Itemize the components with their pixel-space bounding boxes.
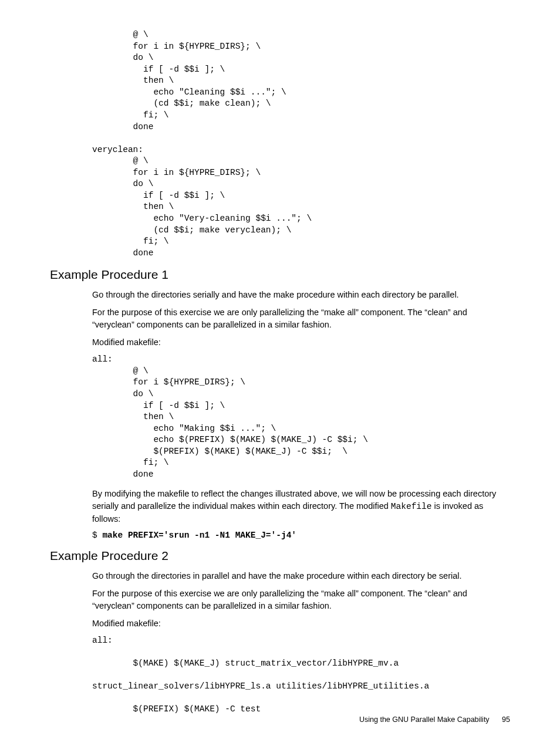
- paragraph-2b: For the purpose of this exercise we are …: [92, 588, 510, 612]
- cmd-prompt: $: [92, 531, 102, 540]
- code-block-all-2: all: $(MAKE) $(MAKE_J) struct_matrix_vec…: [92, 635, 510, 715]
- paragraph-1a: Go through the directories serially and …: [92, 289, 510, 301]
- paragraph-2c: Modified makefile:: [92, 617, 510, 630]
- code-block-top: @ \ for i in ${HYPRE_DIRS}; \ do \ if [ …: [92, 29, 510, 259]
- footer-text: Using the GNU Parallel Make Capability: [359, 715, 490, 724]
- paragraph-1b: For the purpose of this exercise we are …: [92, 306, 510, 331]
- page-number: 95: [502, 715, 510, 724]
- command-line-1: $ make PREFIX='srun -n1 -N1 MAKE_J='-j4': [92, 531, 510, 540]
- cmd-bold: make PREFIX='srun -n1 -N1 MAKE_J='-j4': [102, 531, 296, 540]
- inline-code-makefile: Makefile: [391, 502, 432, 511]
- paragraph-2a: Go through the directories in parallel a…: [92, 570, 510, 582]
- code-block-all-1: all: @ \ for i ${HYPRE_DIRS}; \ do \ if …: [92, 354, 510, 480]
- heading-example-procedure-1: Example Procedure 1: [50, 268, 510, 282]
- page-footer: Using the GNU Parallel Make Capability 9…: [359, 715, 510, 724]
- paragraph-1c: Modified makefile:: [92, 336, 510, 349]
- heading-example-procedure-2: Example Procedure 2: [50, 549, 510, 563]
- paragraph-1d: By modifying the makefile to reflect the…: [92, 488, 510, 525]
